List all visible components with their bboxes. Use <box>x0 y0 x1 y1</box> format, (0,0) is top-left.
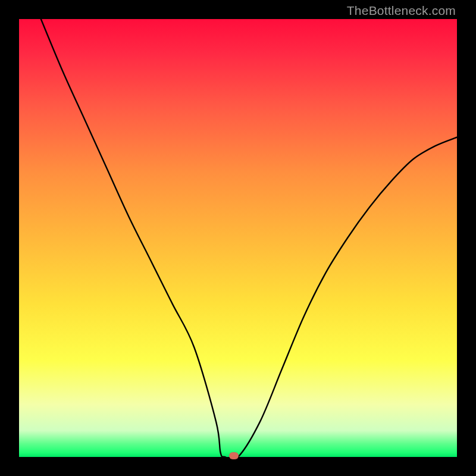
watermark-text: TheBottleneck.com <box>347 4 456 18</box>
chart-frame: TheBottleneck.com <box>0 0 476 476</box>
plot-area <box>19 19 457 457</box>
optimal-marker <box>229 452 239 459</box>
bottleneck-curve <box>19 19 457 457</box>
